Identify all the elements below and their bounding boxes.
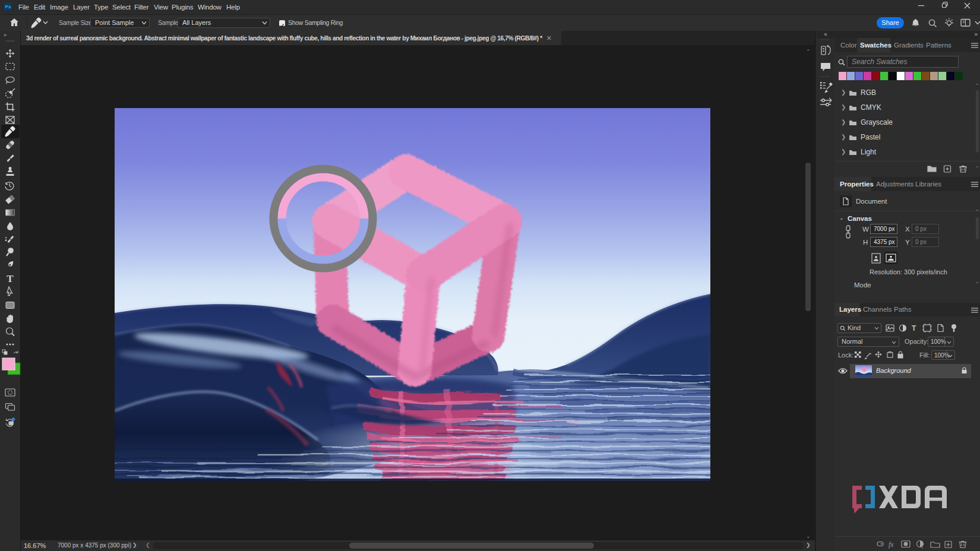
svg-text:fx: fx [889, 540, 894, 549]
svg-text:T: T [912, 324, 916, 332]
svg-text:T: T [7, 273, 14, 284]
svg-text:»: » [4, 32, 7, 38]
